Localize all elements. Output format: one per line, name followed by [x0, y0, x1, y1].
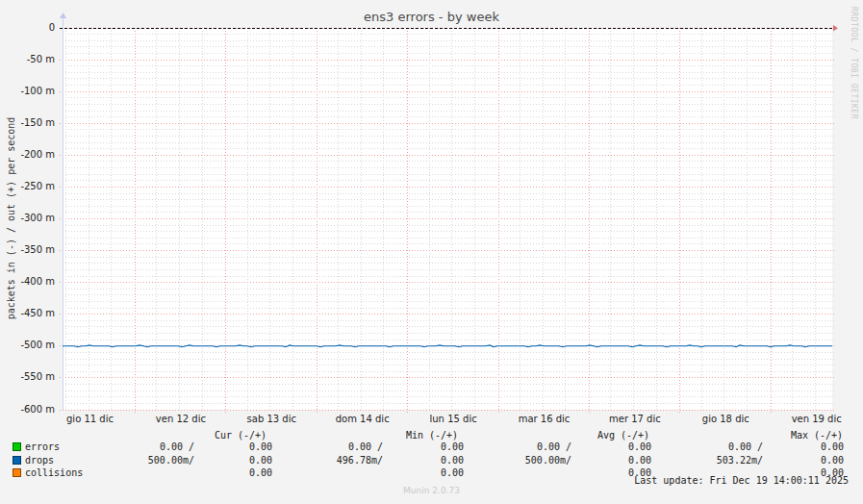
y-tick-label: -250 m — [2, 181, 55, 192]
legend-column-header: Min (-/+) — [365, 430, 499, 441]
y-tick-label: -350 m — [2, 244, 55, 256]
legend-value: 0.00 / — [348, 441, 383, 452]
legend-value: 0.00 — [249, 441, 272, 452]
plot-area — [0, 0, 863, 504]
y-tick-label: -300 m — [2, 213, 55, 224]
y-tick-label: -600 m — [2, 404, 55, 416]
legend-value: 0.00 — [249, 467, 272, 478]
legend-value: 0.00 / — [537, 441, 571, 452]
legend-value: 0.00 — [821, 455, 844, 466]
legend-label-errors: errors — [25, 441, 60, 452]
legend-swatch-collisions — [13, 468, 21, 477]
legend-value: 0.00 — [821, 441, 844, 452]
legend-label-drops: drops — [25, 455, 54, 466]
y-axis-arrow-icon — [60, 13, 66, 18]
legend-value: 0.00 — [441, 467, 464, 478]
x-tick-label: gio 18 dic — [702, 414, 749, 424]
x-tick-label: ven 12 dic — [156, 414, 206, 424]
y-tick-label: 0 — [2, 22, 55, 34]
y-tick-label: -500 m — [2, 340, 55, 351]
munin-graph: ens3 errors - by week packets in (-) / o… — [0, 0, 863, 504]
legend-value: 0.00 — [249, 455, 272, 466]
x-tick-label: gio 11 dic — [66, 414, 114, 424]
legend-column-header: Avg (-/+) — [556, 430, 691, 441]
x-tick-label: ven 19 dic — [792, 414, 842, 424]
last-update-label: Last update: Fri Dec 19 14:00:11 2025 — [634, 475, 849, 486]
x-tick-label: mer 17 dic — [609, 414, 661, 424]
y-tick-label: -400 m — [2, 276, 55, 288]
legend-value: 496.78m/ — [337, 455, 383, 466]
legend-value: 0.00 — [628, 441, 651, 452]
y-tick-label: -150 m — [2, 117, 55, 129]
legend-value: 0.00 / — [728, 441, 763, 452]
legend-value: 0.00 — [441, 455, 464, 466]
y-tick-label: -200 m — [2, 149, 55, 161]
legend-swatch-errors — [13, 442, 21, 451]
legend-column-header: Cur (-/+) — [173, 430, 308, 441]
x-tick-label: dom 14 dic — [336, 414, 390, 424]
x-tick-label: sab 13 dic — [247, 414, 296, 424]
legend-swatch-drops — [13, 456, 21, 465]
legend-value: 500.00m/ — [525, 455, 571, 466]
x-tick-label: lun 15 dic — [430, 414, 477, 424]
legend-value: 0.00 / — [160, 441, 194, 452]
legend-value: 503.22m/ — [717, 455, 763, 466]
munin-version-label: Munin 2.0.73 — [0, 486, 863, 495]
x-axis-arrow-icon — [833, 25, 838, 32]
legend-column-header: Max (-/+) — [749, 430, 863, 441]
y-tick-label: -450 m — [2, 308, 55, 319]
legend-value: 0.00 — [441, 441, 464, 452]
y-tick-label: -550 m — [2, 371, 55, 383]
y-tick-label: -100 m — [2, 86, 55, 97]
legend-value: 0.00 — [628, 455, 651, 466]
legend-label-collisions: collisions — [25, 467, 83, 478]
legend-value: 500.00m/ — [148, 455, 194, 466]
x-tick-label: mar 16 dic — [519, 414, 571, 424]
y-tick-label: -50 m — [2, 54, 55, 65]
